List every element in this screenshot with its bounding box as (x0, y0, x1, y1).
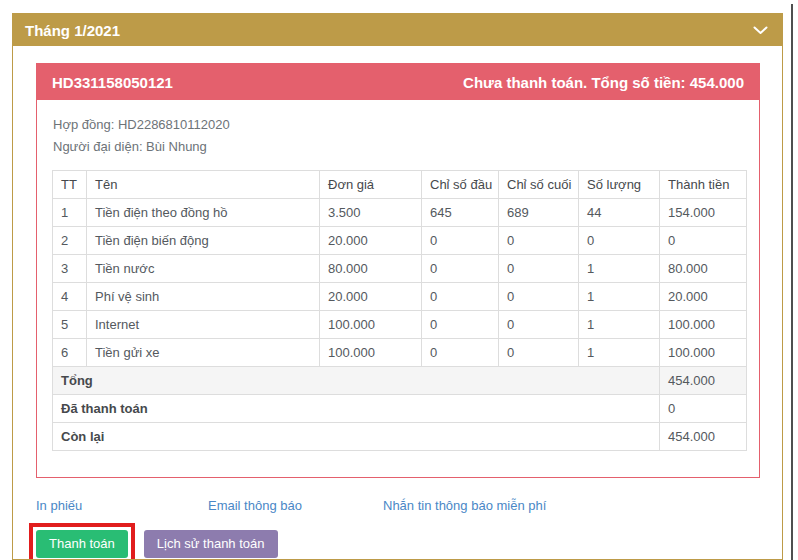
table-cell: 1 (579, 255, 660, 283)
buttons-row: Thanh toán Lịch sử thanh toán (36, 523, 760, 560)
table-cell: Tiền nước (87, 255, 320, 283)
window-edge (791, 4, 793, 560)
table-cell: 100.000 (660, 339, 747, 367)
table-cell: 0 (422, 339, 499, 367)
table-cell: Tiền điện theo đồng hồ (87, 199, 320, 227)
table-cell: 1 (579, 339, 660, 367)
table-cell: 0 (422, 227, 499, 255)
contract-number: Hợp đồng: HD2286810112020 (53, 114, 744, 136)
table-cell: 645 (422, 199, 499, 227)
table-cell: 0 (499, 339, 579, 367)
table-cell: 4 (53, 283, 87, 311)
table-cell: 3 (53, 255, 87, 283)
invoice-card-header: HD331158050121 Chưa thanh toán. Tổng số … (37, 64, 759, 100)
representative-name: Người đại diện: Bùi Nhung (53, 136, 744, 158)
column-header: Chỉ số đầu (422, 171, 499, 199)
column-header: Số lượng (579, 171, 660, 199)
summary-label: Còn lại (53, 423, 660, 451)
summary-row: Còn lại454.000 (53, 423, 747, 451)
table-cell: 6 (53, 339, 87, 367)
print-receipt-link[interactable]: In phiếu (36, 498, 82, 513)
column-header: Thành tiền (660, 171, 747, 199)
table-cell: 1 (579, 311, 660, 339)
sms-notify-link[interactable]: Nhắn tin thông báo miễn phí (383, 498, 546, 513)
table-cell: 689 (499, 199, 579, 227)
column-header: Tên (87, 171, 320, 199)
table-cell: 3.500 (320, 199, 422, 227)
table-cell: 0 (579, 227, 660, 255)
invoice-table-body: 1Tiền điện theo đồng hồ3.50064568944154.… (53, 199, 747, 451)
table-row: 1Tiền điện theo đồng hồ3.50064568944154.… (53, 199, 747, 227)
table-cell: 0 (422, 311, 499, 339)
invoice-status-total: Chưa thanh toán. Tổng số tiền: 454.000 (463, 74, 744, 91)
chevron-down-icon[interactable] (753, 26, 768, 35)
table-cell: 0 (422, 283, 499, 311)
link-cell: In phiếu (36, 496, 208, 514)
table-cell: Tiền điện biến động (87, 227, 320, 255)
table-cell: 1 (579, 283, 660, 311)
summary-value: 0 (660, 395, 747, 423)
panel-body: HD331158050121 Chưa thanh toán. Tổng số … (13, 46, 782, 560)
invoice-table-head-row: TTTênĐơn giáChỉ số đầuChỉ số cuốiSố lượn… (53, 171, 747, 199)
table-cell: 0 (499, 227, 579, 255)
table-cell: 0 (499, 283, 579, 311)
invoice-code: HD331158050121 (52, 74, 173, 91)
table-cell: 1 (53, 199, 87, 227)
summary-label: Tổng (53, 367, 660, 395)
table-row: 5Internet100.000001100.000 (53, 311, 747, 339)
month-label: Tháng 1/2021 (25, 22, 120, 39)
table-cell: 80.000 (320, 255, 422, 283)
table-row: 3Tiền nước80.00000180.000 (53, 255, 747, 283)
table-cell: 0 (660, 227, 747, 255)
summary-value: 454.000 (660, 367, 747, 395)
table-cell: 5 (53, 311, 87, 339)
table-cell: 100.000 (320, 339, 422, 367)
table-cell: 0 (499, 311, 579, 339)
table-cell: 100.000 (660, 311, 747, 339)
action-links-row: In phiếuEmail thông báoNhắn tin thông bá… (36, 496, 760, 514)
table-cell: 154.000 (660, 199, 747, 227)
table-cell: Tiền gửi xe (87, 339, 320, 367)
summary-row: Đã thanh toán0 (53, 395, 747, 423)
contract-info: Hợp đồng: HD2286810112020 Người đại diện… (53, 114, 744, 158)
table-cell: 0 (422, 255, 499, 283)
summary-row: Tổng454.000 (53, 367, 747, 395)
table-cell: 44 (579, 199, 660, 227)
table-cell: 20.000 (660, 283, 747, 311)
table-cell: 2 (53, 227, 87, 255)
column-header: TT (53, 171, 87, 199)
invoice-card-body: Hợp đồng: HD2286810112020 Người đại diện… (37, 100, 759, 477)
table-row: 6Tiền gửi xe100.000001100.000 (53, 339, 747, 367)
table-cell: Internet (87, 311, 320, 339)
invoice-card: HD331158050121 Chưa thanh toán. Tổng số … (36, 63, 760, 478)
payment-history-button[interactable]: Lịch sử thanh toán (144, 530, 278, 558)
table-cell: 20.000 (320, 283, 422, 311)
month-accordion-panel: Tháng 1/2021 HD331158050121 Chưa thanh t… (12, 13, 783, 560)
highlight-annotation-box: Thanh toán (29, 523, 135, 560)
accordion-header-month[interactable]: Tháng 1/2021 (13, 14, 782, 46)
table-cell: 80.000 (660, 255, 747, 283)
link-cell: Email thông báo (208, 496, 383, 514)
column-header: Đơn giá (320, 171, 422, 199)
email-notify-link[interactable]: Email thông báo (208, 498, 302, 513)
column-header: Chỉ số cuối (499, 171, 579, 199)
table-cell: Phí vệ sinh (87, 283, 320, 311)
summary-label: Đã thanh toán (53, 395, 660, 423)
summary-value: 454.000 (660, 423, 747, 451)
pay-button[interactable]: Thanh toán (36, 530, 128, 558)
table-cell: 20.000 (320, 227, 422, 255)
table-row: 4Phí vệ sinh20.00000120.000 (53, 283, 747, 311)
table-row: 2Tiền điện biến động20.0000000 (53, 227, 747, 255)
invoice-table: TTTênĐơn giáChỉ số đầuChỉ số cuốiSố lượn… (52, 170, 747, 451)
table-cell: 100.000 (320, 311, 422, 339)
table-cell: 0 (499, 255, 579, 283)
link-cell: Nhắn tin thông báo miễn phí (383, 496, 546, 514)
